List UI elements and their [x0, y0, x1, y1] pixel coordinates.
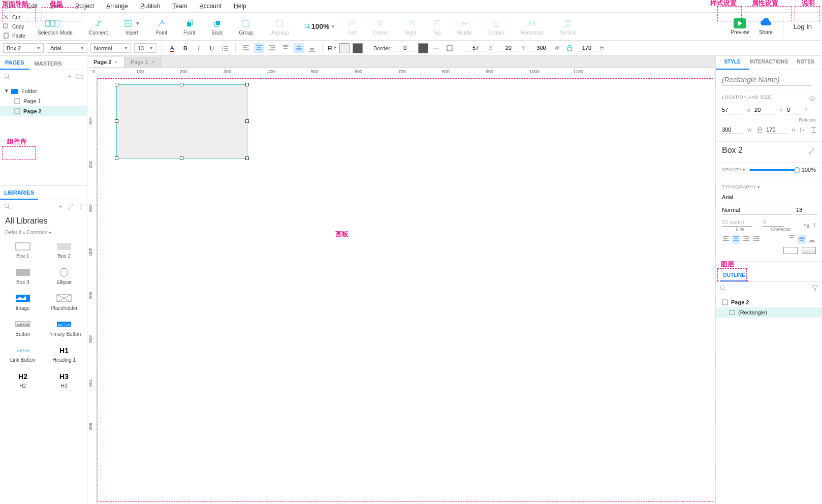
widget-h2[interactable]: H2H2 [3, 368, 43, 392]
h-input[interactable] [577, 45, 597, 51]
tab-masters[interactable]: MASTERS [29, 57, 67, 70]
front-button[interactable]: Front [175, 15, 203, 38]
halign-center-icon[interactable] [254, 43, 264, 53]
font-select[interactable]: Arial▾ [47, 43, 87, 53]
underline-icon[interactable]: U [207, 43, 217, 53]
shadow-on[interactable] [802, 247, 816, 254]
canvas-tab-page1[interactable]: Page 1× [124, 57, 161, 67]
lib-category[interactable]: Default » Common ▾ [0, 230, 87, 238]
paste-button[interactable]: Paste [2, 32, 27, 40]
widget-box-1[interactable]: Box 1 [3, 238, 43, 262]
halign-right-icon[interactable] [267, 43, 277, 53]
widget-box-2[interactable]: Box 2 [45, 238, 84, 262]
flip-h-icon[interactable] [799, 126, 806, 134]
widget-name-input[interactable] [722, 74, 812, 86]
back-button[interactable]: Back [203, 15, 231, 38]
aa-icon[interactable]: Aa [803, 223, 809, 228]
ta-left-icon[interactable] [722, 235, 730, 244]
copy-button[interactable]: Copy [2, 22, 27, 30]
bullet-icon[interactable] [220, 43, 230, 53]
menu-arrange[interactable]: Arrange [106, 3, 128, 10]
zoom-control[interactable]: 100%▾ [297, 15, 340, 38]
bold-icon[interactable]: B [180, 43, 191, 53]
search-icon[interactable] [719, 284, 727, 292]
weight-select[interactable]: Normal▾ [90, 43, 131, 53]
edit-icon[interactable] [67, 202, 75, 210]
tab-libraries[interactable]: LIBRARIES [0, 186, 38, 200]
border-vis[interactable] [445, 43, 455, 53]
group-button[interactable]: Group [231, 15, 262, 38]
fill-more[interactable] [353, 43, 363, 53]
tab-notes[interactable]: NOTES [789, 56, 822, 70]
tree-page2[interactable]: Page 2 [0, 106, 87, 116]
menu-help[interactable]: Help [234, 3, 246, 10]
connect-tool[interactable]: Connect [81, 15, 116, 38]
widget-image[interactable]: Image [3, 290, 43, 314]
panel-x[interactable] [722, 106, 743, 114]
edit-style-icon[interactable] [808, 146, 816, 154]
close-icon[interactable]: × [114, 59, 117, 65]
halign-left-icon[interactable] [241, 43, 251, 53]
widget-primary-button[interactable]: BUTTONPrimary Button [45, 316, 84, 340]
border-color[interactable] [418, 43, 428, 53]
border-style[interactable] [431, 43, 441, 53]
ta-right-icon[interactable] [742, 235, 750, 244]
typo-line[interactable] [722, 218, 752, 227]
widget-box-3[interactable]: Box 3 [3, 264, 43, 288]
tab-style[interactable]: STYLE [716, 56, 749, 70]
menu-team[interactable]: Team [172, 3, 187, 10]
tv-mid-icon[interactable] [798, 235, 806, 244]
panel-rot[interactable] [787, 106, 801, 114]
outline-rect[interactable]: (Rectangle) [716, 307, 822, 318]
text-color-icon[interactable]: A [167, 43, 177, 53]
tree-page1[interactable]: Page 1 [0, 96, 87, 106]
panel-y[interactable] [754, 106, 776, 114]
typo-font[interactable] [722, 193, 792, 202]
outline-page[interactable]: Page 2 [716, 297, 822, 307]
tv-bot-icon[interactable] [808, 235, 816, 244]
panel-h[interactable] [766, 125, 787, 134]
menu-publish[interactable]: Publish [140, 3, 160, 10]
x-input[interactable] [465, 45, 486, 51]
eye-icon[interactable] [808, 94, 816, 103]
widget-select[interactable]: Box 2▾ [3, 43, 44, 53]
add-lib-icon[interactable]: ＋ [57, 202, 64, 211]
valign-mid-icon[interactable] [294, 43, 304, 53]
widget-ellipse[interactable]: Ellipse [45, 264, 84, 288]
size-select[interactable]: 13▾ [134, 43, 156, 53]
lock-icon[interactable] [565, 44, 574, 52]
opacity-slider[interactable] [749, 169, 798, 171]
ta-center-icon[interactable] [732, 235, 740, 244]
typo-weight[interactable] [722, 205, 792, 215]
shadow-off[interactable] [783, 247, 798, 254]
border-width[interactable] [395, 45, 415, 51]
lock-icon[interactable] [756, 126, 763, 134]
artboard[interactable]: 画板 [97, 77, 715, 504]
widget-heading-1[interactable]: H1Heading 1 [45, 342, 84, 366]
ta-just-icon[interactable] [752, 235, 761, 244]
canvas-tab-page2[interactable]: Page 2× [87, 57, 124, 67]
filter-icon[interactable] [811, 284, 819, 292]
italic-icon[interactable]: I [194, 43, 204, 53]
panel-w[interactable] [722, 125, 743, 134]
valign-top-icon[interactable] [280, 43, 291, 53]
folder-icon[interactable] [76, 72, 84, 80]
t-icon[interactable]: T [813, 223, 816, 228]
widget-button[interactable]: BUTTONButton [3, 316, 43, 340]
lib-title[interactable]: All Libraries [0, 212, 87, 230]
y-input[interactable] [498, 45, 519, 51]
search-icon[interactable] [3, 202, 11, 210]
tab-interactions[interactable]: INTERACTIONS [749, 56, 789, 70]
close-icon[interactable]: × [151, 59, 154, 65]
widget-link-button[interactable]: BUTTONLink Button [3, 342, 43, 366]
insert-tool[interactable]: +▾ Insert [116, 15, 147, 38]
w-input[interactable] [531, 45, 552, 51]
search-icon[interactable] [3, 72, 11, 80]
widget-h3[interactable]: H3H3 [45, 368, 84, 392]
tab-pages[interactable]: PAGES [0, 56, 29, 70]
widget-placeholder[interactable]: Placeholder [45, 290, 84, 314]
flip-v-icon[interactable] [809, 126, 816, 134]
menu-account[interactable]: Account [200, 3, 222, 10]
add-page-icon[interactable]: ＋ [67, 72, 73, 81]
typo-char[interactable] [763, 218, 784, 227]
